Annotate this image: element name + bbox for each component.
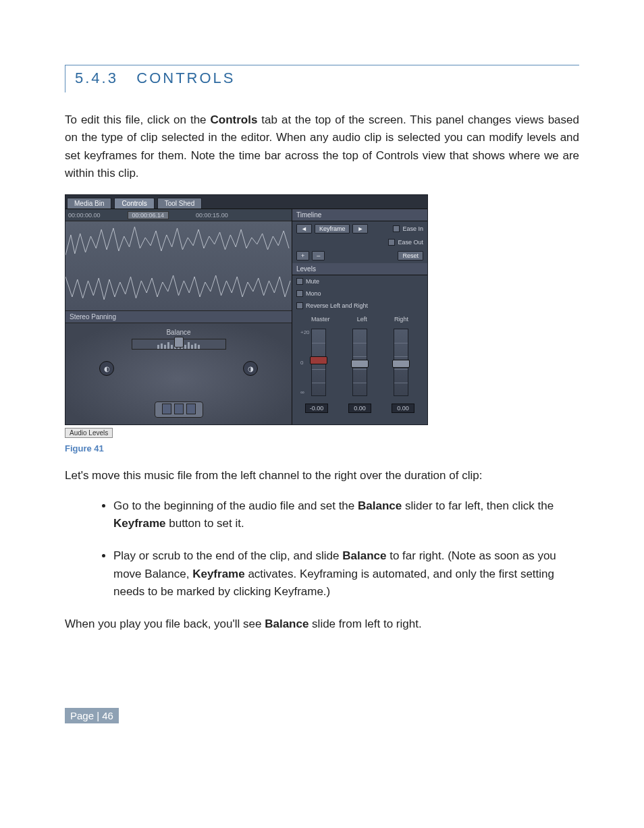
- waveform-right: [65, 266, 292, 310]
- ease-out-checkbox[interactable]: [388, 239, 395, 246]
- balance-label: Balance: [71, 329, 286, 336]
- mono-checkbox[interactable]: [296, 290, 303, 297]
- keyframe-prev-button[interactable]: ◄: [296, 224, 312, 233]
- figure-41: Media Bin Controls Tool Shed 00:00:00.00…: [65, 194, 579, 438]
- keyframe-del-button[interactable]: –: [312, 251, 325, 260]
- speaker-right-icon[interactable]: ◑: [243, 361, 258, 376]
- section-title: CONTROLS: [136, 70, 235, 86]
- ruler-start: 00:00:00.00: [68, 212, 101, 219]
- tab-media-bin[interactable]: Media Bin: [67, 198, 111, 209]
- panel-tabs: Media Bin Controls Tool Shed: [65, 195, 427, 209]
- mute-checkbox[interactable]: [296, 278, 303, 285]
- keyframe-reset-button[interactable]: Reset: [398, 251, 423, 260]
- timeline-header: Timeline: [292, 209, 427, 221]
- waveform-left: [65, 221, 292, 266]
- paragraph-3: When you play you file back, you'll see …: [65, 615, 579, 633]
- ruler-marker[interactable]: 00:00:06.14: [128, 211, 169, 219]
- ease-in-label: Ease In: [402, 225, 423, 232]
- right-fader[interactable]: [394, 329, 408, 396]
- keyframe-button[interactable]: Keyframe: [315, 224, 350, 233]
- mixer-right-label: Right: [394, 316, 408, 323]
- mute-label: Mute: [306, 278, 319, 285]
- speaker-left-icon[interactable]: ◐: [99, 361, 114, 376]
- keyframe-add-button[interactable]: +: [296, 251, 309, 260]
- ease-in-checkbox[interactable]: [393, 225, 400, 232]
- bullet-2: Play or scrub to the end of the clip, an…: [113, 547, 579, 601]
- left-fader[interactable]: [352, 329, 367, 396]
- master-fader[interactable]: [311, 329, 326, 396]
- section-heading: 5.4.3 CONTROLS: [65, 65, 579, 92]
- left-value[interactable]: 0.00: [348, 404, 371, 413]
- time-ruler[interactable]: 00:00:00.00 00:00:06.14 00:00:15.00: [65, 209, 292, 221]
- levels-header: Levels: [292, 263, 427, 275]
- bullet-1: Go to the beginning of the audio file an…: [113, 497, 579, 533]
- balance-knob[interactable]: [174, 337, 184, 348]
- ease-out-label: Ease Out: [398, 239, 423, 246]
- tab-controls[interactable]: Controls: [114, 198, 154, 209]
- paragraph-2: Let's move this music file from the left…: [65, 467, 579, 485]
- balance-slider[interactable]: [132, 339, 226, 350]
- balance-panel: Balance ◐ ◑: [65, 323, 292, 424]
- section-number: 5.4.3: [75, 70, 118, 86]
- stereo-panning-header: Stereo Panning: [65, 310, 292, 323]
- page-number: Page | 46: [65, 708, 119, 723]
- waveform-display[interactable]: [65, 221, 292, 310]
- ruler-t1: 00:00:15.00: [196, 212, 228, 219]
- mixer-master-label: Master: [311, 316, 330, 323]
- mono-label: Mono: [306, 290, 321, 297]
- tab-audio-levels[interactable]: Audio Levels: [65, 428, 113, 438]
- tab-tool-shed[interactable]: Tool Shed: [157, 198, 202, 209]
- keyframe-next-button[interactable]: ►: [352, 224, 368, 233]
- figure-caption: Figure 41: [65, 443, 579, 453]
- paragraph-1: To edit this file, click on the Controls…: [65, 111, 579, 182]
- mixer-left-label: Left: [357, 316, 367, 323]
- listener-icon: [155, 402, 203, 418]
- right-value[interactable]: 0.00: [392, 404, 414, 413]
- reverse-lr-checkbox[interactable]: [296, 302, 303, 309]
- master-value[interactable]: -0.00: [305, 404, 328, 413]
- reverse-lr-label: Reverse Left and Right: [306, 302, 368, 309]
